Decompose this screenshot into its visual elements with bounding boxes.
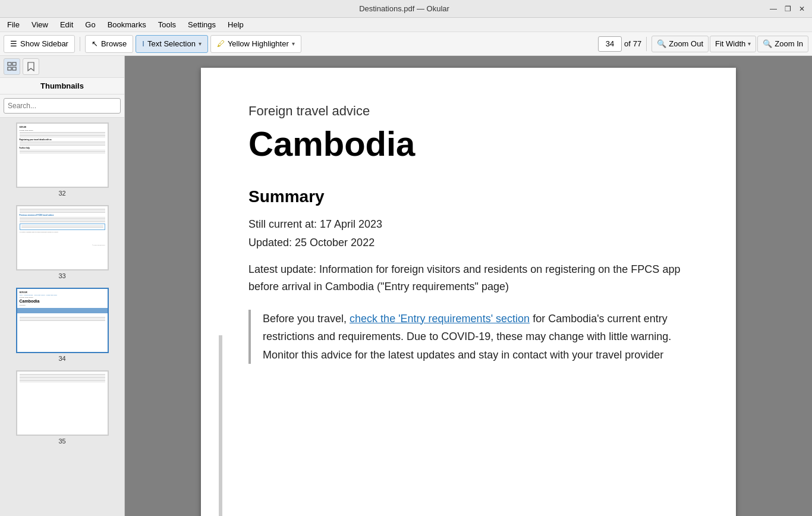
sidebar-icon: ☰: [10, 39, 17, 48]
thumbnail-33-label: 33: [58, 272, 65, 279]
svg-rect-0: [8, 62, 11, 65]
svg-rect-2: [8, 67, 11, 70]
thumbnail-32[interactable]: GOV.UK Foreign travel advice Registering…: [2, 120, 122, 199]
zoom-out-label: Zoom Out: [669, 39, 703, 48]
fit-width-dropdown-arrow[interactable]: ▾: [748, 40, 751, 47]
zoom-in-label: Zoom In: [775, 39, 803, 48]
fit-width-label: Fit Width: [715, 39, 745, 48]
thumbnail-32-image: GOV.UK Foreign travel advice Registering…: [16, 122, 109, 188]
pdf-still-current: Still current at: 17 April 2023: [248, 218, 688, 231]
highlighter-dropdown-arrow[interactable]: ▾: [292, 40, 295, 47]
text-selection-label: Text Selection: [147, 39, 196, 48]
bookmarks-icon: [27, 62, 35, 71]
page-total: 77: [633, 39, 641, 48]
sidebar-title: Thumbnails: [0, 78, 124, 95]
thumbnail-33[interactable]: Previous versions of FCDO travel advice …: [2, 203, 122, 282]
zoom-out-button[interactable]: 🔍 Zoom Out: [652, 36, 709, 52]
fit-width-button[interactable]: Fit Width ▾: [710, 36, 756, 52]
zoom-out-icon: 🔍: [657, 39, 666, 48]
pdf-left-accent: [219, 335, 222, 516]
window-controls: — ❐ ✕: [768, 4, 807, 14]
menubar: File View Edit Go Bookmarks Tools Settin…: [0, 18, 812, 32]
pdf-blockquote: Before you travel, check the 'Entry requ…: [248, 310, 688, 364]
titlebar: Destinations.pdf — Okular — ❐ ✕: [0, 0, 812, 18]
zoom-in-button[interactable]: 🔍 Zoom In: [757, 36, 808, 52]
menu-bookmarks[interactable]: Bookmarks: [103, 19, 151, 30]
thumbnail-35-image: [16, 370, 109, 436]
bookmarks-tool-button[interactable]: [23, 58, 39, 75]
yellow-highlighter-label: Yellow Highlighter: [228, 39, 289, 48]
thumbnails-tool-button[interactable]: [4, 58, 20, 75]
thumbnails-icon: [7, 62, 17, 71]
menu-help[interactable]: Help: [223, 19, 248, 30]
text-cursor-icon: I: [142, 39, 144, 48]
zoom-in-icon: 🔍: [763, 39, 772, 48]
main-area: Thumbnails GOV.UK Foreign travel advice …: [0, 56, 812, 516]
thumbnail-35-label: 35: [58, 438, 65, 445]
text-selection-dropdown-arrow[interactable]: ▾: [199, 40, 202, 47]
page-number-input[interactable]: [598, 36, 622, 52]
browse-icon: ↖: [92, 39, 98, 48]
thumbnail-33-image: Previous versions of FCDO travel advice …: [16, 205, 109, 270]
text-selection-button[interactable]: I Text Selection ▾: [136, 35, 208, 53]
yellow-highlighter-button[interactable]: 🖊 Yellow Highlighter ▾: [210, 35, 301, 53]
show-sidebar-label: Show Sidebar: [20, 39, 68, 48]
toolbar: ☰ Show Sidebar ↖ Browse I Text Selection…: [0, 32, 812, 56]
sidebar-toolbar: [0, 56, 124, 78]
svg-rect-1: [12, 62, 16, 65]
pdf-page: Foreign travel advice Cambodia Summary S…: [201, 68, 736, 516]
window-title: Destinations.pdf — Okular: [40, 4, 768, 13]
thumbnail-34-image: GOV.UK HomeTravelling abroadTravel safet…: [16, 288, 109, 353]
pdf-small-title: Foreign travel advice: [248, 103, 688, 119]
sidebar-search-input[interactable]: [4, 98, 121, 114]
menu-go[interactable]: Go: [80, 19, 100, 30]
svg-rect-3: [12, 67, 16, 70]
pdf-big-title: Cambodia: [248, 124, 688, 163]
page-navigation: of 77: [598, 36, 641, 52]
menu-settings[interactable]: Settings: [183, 19, 221, 30]
highlighter-icon: 🖊: [217, 39, 225, 48]
pdf-blockquote-before: Before you travel,: [263, 313, 347, 325]
minimize-button[interactable]: —: [768, 4, 779, 14]
pdf-blockquote-link[interactable]: check the 'Entry requirements' section: [350, 313, 530, 325]
toolbar-separator-1: [80, 37, 80, 51]
pdf-viewer[interactable]: Foreign travel advice Cambodia Summary S…: [125, 56, 812, 516]
menu-edit[interactable]: Edit: [55, 19, 78, 30]
menu-view[interactable]: View: [27, 19, 53, 30]
toolbar-separator-2: [646, 37, 647, 51]
menu-file[interactable]: File: [2, 19, 24, 30]
page-of-label: of: [624, 39, 631, 48]
sidebar-scroll[interactable]: GOV.UK Foreign travel advice Registering…: [0, 118, 124, 516]
show-sidebar-button[interactable]: ☰ Show Sidebar: [4, 35, 75, 53]
zoom-controls: 🔍 Zoom Out Fit Width ▾ 🔍 Zoom In: [652, 36, 808, 52]
browse-button[interactable]: ↖ Browse: [85, 35, 133, 53]
thumbnail-35[interactable]: 35: [2, 368, 122, 447]
pdf-latest-update: Latest update: Information for foreign v…: [248, 261, 688, 295]
thumbnail-34[interactable]: GOV.UK HomeTravelling abroadTravel safet…: [2, 285, 122, 364]
close-button[interactable]: ✕: [797, 4, 807, 14]
sidebar: Thumbnails GOV.UK Foreign travel advice …: [0, 56, 125, 516]
thumbnail-34-label: 34: [58, 355, 65, 362]
thumbnail-32-label: 32: [58, 190, 65, 197]
sidebar-search: [0, 95, 124, 118]
menu-tools[interactable]: Tools: [153, 19, 181, 30]
pdf-section-title: Summary: [248, 187, 688, 206]
restore-button[interactable]: ❐: [782, 4, 793, 14]
browse-label: Browse: [101, 39, 127, 48]
pdf-updated: Updated: 25 October 2022: [248, 237, 688, 249]
